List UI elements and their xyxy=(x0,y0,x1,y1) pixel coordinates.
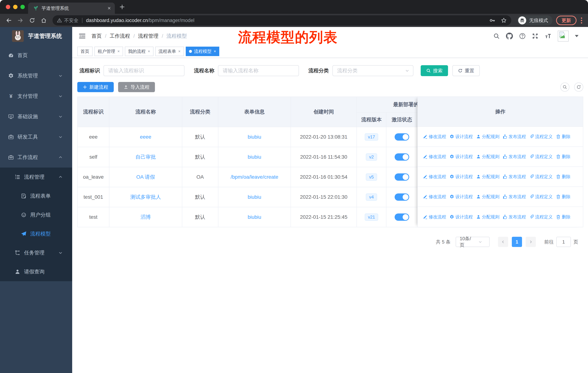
goto-page-input[interactable] xyxy=(556,237,571,247)
process-name-link[interactable]: eeee xyxy=(140,134,151,140)
active-toggle[interactable] xyxy=(395,213,409,221)
show-search-button[interactable] xyxy=(560,82,569,92)
active-toggle[interactable] xyxy=(395,153,409,161)
action-删除[interactable]: 删除 xyxy=(556,214,570,220)
action-修改流程[interactable]: 修改流程 xyxy=(423,134,446,140)
github-icon[interactable] xyxy=(506,33,513,40)
password-key-icon[interactable] xyxy=(489,17,496,24)
back-icon[interactable] xyxy=(4,15,14,26)
action-流程定义[interactable]: 流程定义 xyxy=(529,154,553,160)
tag-租户管理[interactable]: 租户管理× xyxy=(94,47,123,56)
close-window-button[interactable] xyxy=(6,5,10,9)
tag-流程模型[interactable]: 流程模型× xyxy=(186,47,220,56)
breadcrumb-workflow[interactable]: 工作流程 xyxy=(110,33,130,40)
create-process-button[interactable]: 新建流程 xyxy=(77,82,114,92)
browser-tab[interactable]: 芋道管理系统 xyxy=(28,2,115,14)
reload-icon[interactable] xyxy=(27,15,37,26)
forward-icon[interactable] xyxy=(15,15,26,26)
close-icon[interactable]: × xyxy=(178,49,181,54)
avatar-caret-icon[interactable] xyxy=(575,35,578,39)
action-发布流程[interactable]: 发布流程 xyxy=(503,134,526,140)
close-icon[interactable]: × xyxy=(214,49,216,54)
form-info-link[interactable]: biubiu xyxy=(248,194,261,200)
action-删除[interactable]: 删除 xyxy=(556,174,570,180)
action-分配规则[interactable]: 分配规则 xyxy=(476,214,499,220)
fullscreen-icon[interactable] xyxy=(532,33,538,39)
process-name-link[interactable]: 测试多审批人 xyxy=(130,194,161,200)
action-分配规则[interactable]: 分配规则 xyxy=(476,194,499,200)
action-修改流程[interactable]: 修改流程 xyxy=(423,214,446,220)
update-button[interactable]: 更新 xyxy=(556,16,577,25)
process-name-input[interactable] xyxy=(218,65,299,76)
font-size-icon[interactable] xyxy=(545,33,552,39)
sidebar-item-工作流程[interactable]: 工作流程 xyxy=(0,147,72,168)
sidebar-item-用户分组[interactable]: 用户分组 xyxy=(0,205,72,224)
sidebar-item-首页[interactable]: 首页 xyxy=(0,45,72,66)
sidebar-item-基础设施[interactable]: 基础设施 xyxy=(0,106,72,127)
app-logo[interactable]: 芋道管理系统 xyxy=(0,27,72,45)
page-size-select[interactable]: 10条/页 xyxy=(456,237,490,247)
action-设计流程[interactable]: 设计流程 xyxy=(450,154,473,160)
sidebar-item-流程表单[interactable]: 流程表单 xyxy=(0,186,72,205)
tab-close-icon[interactable] xyxy=(107,6,111,10)
collapse-sidebar-icon[interactable] xyxy=(79,33,86,39)
process-name-link[interactable]: 滔博 xyxy=(141,214,151,220)
sidebar-item-任务管理[interactable]: 任务管理 xyxy=(0,243,72,262)
tag-流程表单[interactable]: 流程表单× xyxy=(155,47,184,56)
user-avatar[interactable] xyxy=(558,30,569,41)
process-name-link[interactable]: 自己审批 xyxy=(136,154,156,160)
active-toggle[interactable] xyxy=(395,173,409,181)
form-info-link[interactable]: /bpm/oa/leave/create xyxy=(231,174,278,180)
action-流程定义[interactable]: 流程定义 xyxy=(529,134,553,140)
action-设计流程[interactable]: 设计流程 xyxy=(450,214,473,220)
search-icon[interactable] xyxy=(493,33,500,39)
prev-page-button[interactable] xyxy=(498,237,508,247)
import-process-button[interactable]: 导入流程 xyxy=(118,82,155,92)
zoom-window-button[interactable] xyxy=(21,5,25,9)
breadcrumb-process-mgmt[interactable]: 流程管理 xyxy=(138,33,158,40)
traffic-lights[interactable] xyxy=(6,5,25,9)
browser-menu-icon[interactable] xyxy=(581,18,582,23)
action-发布流程[interactable]: 发布流程 xyxy=(503,194,526,200)
action-修改流程[interactable]: 修改流程 xyxy=(423,174,446,180)
active-toggle[interactable] xyxy=(395,133,409,141)
action-设计流程[interactable]: 设计流程 xyxy=(450,194,473,200)
next-page-button[interactable] xyxy=(526,237,536,247)
action-发布流程[interactable]: 发布流程 xyxy=(503,154,526,160)
minimize-window-button[interactable] xyxy=(13,5,18,9)
process-name-link[interactable]: OA 请假 xyxy=(136,174,155,180)
home-icon[interactable] xyxy=(39,15,49,26)
close-icon[interactable]: × xyxy=(148,49,150,54)
address-bar[interactable]: 不安全 dashboard.yudao.iocoder.cn/bpm/manag… xyxy=(52,15,511,26)
process-key-input[interactable] xyxy=(104,65,184,76)
tag-首页[interactable]: 首页 xyxy=(77,47,93,56)
process-category-select[interactable]: 流程分类 xyxy=(332,65,413,76)
bookmark-star-icon[interactable] xyxy=(501,17,507,23)
search-button[interactable]: 搜索 xyxy=(421,65,448,76)
help-icon[interactable] xyxy=(519,33,526,39)
sidebar-item-支付管理[interactable]: ¥支付管理 xyxy=(0,86,72,106)
action-修改流程[interactable]: 修改流程 xyxy=(423,154,446,160)
form-info-link[interactable]: biubiu xyxy=(248,134,261,140)
action-修改流程[interactable]: 修改流程 xyxy=(423,194,446,200)
new-tab-button[interactable] xyxy=(119,4,125,10)
action-分配规则[interactable]: 分配规则 xyxy=(476,134,499,140)
action-删除[interactable]: 删除 xyxy=(556,194,570,200)
form-info-link[interactable]: biubiu xyxy=(248,214,261,220)
action-删除[interactable]: 删除 xyxy=(556,154,570,160)
page-number-button[interactable]: 1 xyxy=(512,237,522,247)
sidebar-item-流程模型[interactable]: 流程模型 xyxy=(0,224,72,243)
action-发布流程[interactable]: 发布流程 xyxy=(503,214,526,220)
action-删除[interactable]: 删除 xyxy=(556,134,570,140)
action-流程定义[interactable]: 流程定义 xyxy=(529,194,553,200)
action-发布流程[interactable]: 发布流程 xyxy=(503,174,526,180)
sidebar-item-系统管理[interactable]: 系统管理 xyxy=(0,66,72,86)
reset-button[interactable]: 重置 xyxy=(452,65,480,76)
action-分配规则[interactable]: 分配规则 xyxy=(476,154,499,160)
sidebar-item-请假查询[interactable]: 请假查询 xyxy=(0,262,72,281)
refresh-table-button[interactable] xyxy=(574,82,583,92)
form-info-link[interactable]: biubiu xyxy=(248,154,261,160)
active-toggle[interactable] xyxy=(395,193,409,201)
breadcrumb-home[interactable]: 首页 xyxy=(92,33,102,40)
action-设计流程[interactable]: 设计流程 xyxy=(450,174,473,180)
